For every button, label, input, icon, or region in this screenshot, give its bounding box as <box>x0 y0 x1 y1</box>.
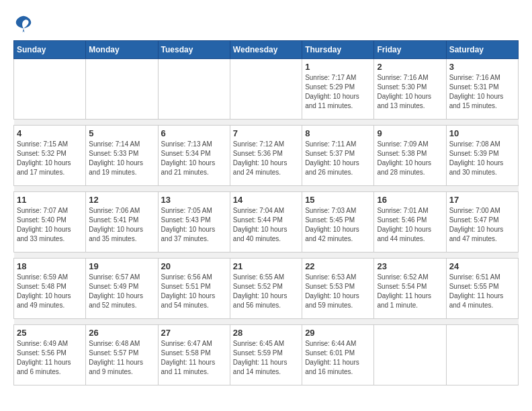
day-number: 11 <box>17 195 83 205</box>
day-number: 6 <box>161 128 227 138</box>
calendar-cell: 26Sunrise: 6:48 AM Sunset: 5:57 PM Dayli… <box>86 325 158 385</box>
separator-row <box>14 186 519 192</box>
calendar-table: SundayMondayTuesdayWednesdayThursdayFrid… <box>13 40 519 385</box>
day-number: 26 <box>89 328 154 338</box>
day-number: 17 <box>449 195 515 205</box>
calendar-cell: 8Sunrise: 7:11 AM Sunset: 5:37 PM Daylig… <box>302 126 374 186</box>
calendar-cell: 18Sunrise: 6:59 AM Sunset: 5:48 PM Dayli… <box>14 259 86 319</box>
day-number: 12 <box>89 195 154 205</box>
day-number: 18 <box>17 261 83 271</box>
day-info: Sunrise: 7:14 AM Sunset: 5:33 PM Dayligh… <box>89 140 154 177</box>
calendar-cell: 1Sunrise: 7:17 AM Sunset: 5:29 PM Daylig… <box>302 59 374 120</box>
day-number: 24 <box>449 261 515 271</box>
separator-cell <box>14 120 86 126</box>
day-number: 16 <box>377 195 443 205</box>
day-header-tuesday: Tuesday <box>158 41 230 59</box>
day-info: Sunrise: 7:07 AM Sunset: 5:40 PM Dayligh… <box>17 206 83 244</box>
separator-cell <box>374 319 446 325</box>
day-number: 14 <box>233 195 299 205</box>
separator-cell <box>230 253 302 259</box>
day-number: 2 <box>377 62 443 72</box>
separator-cell <box>446 186 518 192</box>
day-info: Sunrise: 6:59 AM Sunset: 5:48 PM Dayligh… <box>17 273 83 310</box>
day-info: Sunrise: 7:03 AM Sunset: 5:45 PM Dayligh… <box>305 206 371 244</box>
day-number: 7 <box>233 128 299 138</box>
separator-cell <box>230 120 302 126</box>
calendar-cell: 14Sunrise: 7:04 AM Sunset: 5:44 PM Dayli… <box>230 192 302 253</box>
separator-cell <box>302 319 374 325</box>
day-number: 5 <box>89 128 154 138</box>
calendar-cell <box>230 59 302 120</box>
day-header-sunday: Sunday <box>14 41 86 59</box>
day-header-friday: Friday <box>374 41 446 59</box>
calendar-cell <box>86 59 158 120</box>
day-info: Sunrise: 7:00 AM Sunset: 5:47 PM Dayligh… <box>449 206 515 244</box>
week-row-3: 11Sunrise: 7:07 AM Sunset: 5:40 PM Dayli… <box>14 192 519 253</box>
calendar-cell: 16Sunrise: 7:01 AM Sunset: 5:46 PM Dayli… <box>374 192 446 253</box>
calendar-cell: 2Sunrise: 7:16 AM Sunset: 5:30 PM Daylig… <box>374 59 446 120</box>
separator-cell <box>86 253 158 259</box>
calendar-cell <box>374 325 446 385</box>
separator-cell <box>230 319 302 325</box>
calendar-cell: 24Sunrise: 6:51 AM Sunset: 5:55 PM Dayli… <box>446 259 518 319</box>
header-row: SundayMondayTuesdayWednesdayThursdayFrid… <box>14 41 519 59</box>
logo <box>13 13 36 34</box>
calendar-cell: 10Sunrise: 7:08 AM Sunset: 5:39 PM Dayli… <box>446 126 518 186</box>
separator-cell <box>158 253 230 259</box>
separator-row <box>14 319 519 325</box>
separator-cell <box>374 120 446 126</box>
separator-cell <box>86 186 158 192</box>
separator-row <box>14 253 519 259</box>
calendar-cell: 21Sunrise: 6:55 AM Sunset: 5:52 PM Dayli… <box>230 259 302 319</box>
week-row-5: 25Sunrise: 6:49 AM Sunset: 5:56 PM Dayli… <box>14 325 519 385</box>
day-info: Sunrise: 6:48 AM Sunset: 5:57 PM Dayligh… <box>89 339 154 377</box>
day-info: Sunrise: 6:51 AM Sunset: 5:55 PM Dayligh… <box>449 273 515 310</box>
day-info: Sunrise: 6:56 AM Sunset: 5:51 PM Dayligh… <box>161 273 227 310</box>
day-info: Sunrise: 7:06 AM Sunset: 5:41 PM Dayligh… <box>89 206 154 244</box>
separator-cell <box>374 186 446 192</box>
day-number: 20 <box>161 261 227 271</box>
week-row-4: 18Sunrise: 6:59 AM Sunset: 5:48 PM Dayli… <box>14 259 519 319</box>
calendar-cell: 13Sunrise: 7:05 AM Sunset: 5:43 PM Dayli… <box>158 192 230 253</box>
day-number: 3 <box>449 62 515 72</box>
day-info: Sunrise: 7:17 AM Sunset: 5:29 PM Dayligh… <box>305 73 371 111</box>
day-header-saturday: Saturday <box>446 41 518 59</box>
day-info: Sunrise: 7:01 AM Sunset: 5:46 PM Dayligh… <box>377 206 443 244</box>
separator-cell <box>158 120 230 126</box>
separator-cell <box>446 120 518 126</box>
day-number: 28 <box>233 328 299 338</box>
separator-cell <box>14 253 86 259</box>
calendar-cell <box>14 59 86 120</box>
separator-cell <box>158 186 230 192</box>
day-number: 25 <box>17 328 83 338</box>
day-number: 1 <box>305 62 371 72</box>
calendar-cell: 25Sunrise: 6:49 AM Sunset: 5:56 PM Dayli… <box>14 325 86 385</box>
day-info: Sunrise: 6:49 AM Sunset: 5:56 PM Dayligh… <box>17 339 83 377</box>
separator-cell <box>14 319 86 325</box>
calendar-cell: 27Sunrise: 6:47 AM Sunset: 5:58 PM Dayli… <box>158 325 230 385</box>
day-info: Sunrise: 6:52 AM Sunset: 5:54 PM Dayligh… <box>377 273 443 310</box>
day-number: 13 <box>161 195 227 205</box>
calendar-cell <box>158 59 230 120</box>
calendar-cell: 3Sunrise: 7:16 AM Sunset: 5:31 PM Daylig… <box>446 59 518 120</box>
separator-cell <box>446 319 518 325</box>
calendar-cell: 19Sunrise: 6:57 AM Sunset: 5:49 PM Dayli… <box>86 259 158 319</box>
day-number: 27 <box>161 328 227 338</box>
day-info: Sunrise: 6:53 AM Sunset: 5:53 PM Dayligh… <box>305 273 371 310</box>
header <box>13 13 519 34</box>
separator-cell <box>158 319 230 325</box>
day-info: Sunrise: 6:44 AM Sunset: 6:01 PM Dayligh… <box>305 339 371 377</box>
day-info: Sunrise: 7:11 AM Sunset: 5:37 PM Dayligh… <box>305 140 371 177</box>
day-number: 15 <box>305 195 371 205</box>
week-row-2: 4Sunrise: 7:15 AM Sunset: 5:32 PM Daylig… <box>14 126 519 186</box>
calendar-cell: 22Sunrise: 6:53 AM Sunset: 5:53 PM Dayli… <box>302 259 374 319</box>
week-row-1: 1Sunrise: 7:17 AM Sunset: 5:29 PM Daylig… <box>14 59 519 120</box>
calendar-cell: 17Sunrise: 7:00 AM Sunset: 5:47 PM Dayli… <box>446 192 518 253</box>
calendar-cell: 11Sunrise: 7:07 AM Sunset: 5:40 PM Dayli… <box>14 192 86 253</box>
day-number: 29 <box>305 328 371 338</box>
calendar-cell <box>446 325 518 385</box>
separator-cell <box>14 186 86 192</box>
day-info: Sunrise: 7:04 AM Sunset: 5:44 PM Dayligh… <box>233 206 299 244</box>
day-header-wednesday: Wednesday <box>230 41 302 59</box>
separator-cell <box>446 253 518 259</box>
